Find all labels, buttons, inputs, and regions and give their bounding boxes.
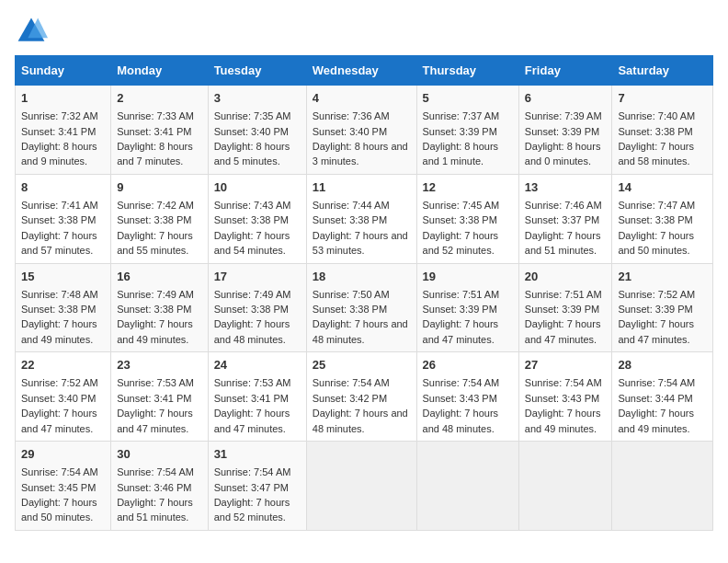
cell-sunrise: Sunrise: 7:36 AM <box>313 110 390 121</box>
calendar-cell: 30Sunrise: 7:54 AMSunset: 3:46 PMDayligh… <box>111 442 208 531</box>
cell-daylight: Daylight: 8 hours and 3 minutes. <box>313 141 408 167</box>
cell-sunrise: Sunrise: 7:54 AM <box>21 466 98 477</box>
calendar-cell: 9Sunrise: 7:42 AMSunset: 3:38 PMDaylight… <box>111 174 208 263</box>
header-day-wednesday: Wednesday <box>306 56 416 86</box>
cell-sunrise: Sunrise: 7:50 AM <box>313 289 390 300</box>
cell-sunset: Sunset: 3:38 PM <box>214 304 289 315</box>
cell-date: 20 <box>525 269 607 285</box>
cell-sunset: Sunset: 3:38 PM <box>21 304 96 315</box>
calendar-cell: 8Sunrise: 7:41 AMSunset: 3:38 PMDaylight… <box>16 174 111 263</box>
cell-date: 8 <box>21 179 105 196</box>
cell-sunset: Sunset: 3:39 PM <box>423 126 497 137</box>
cell-daylight: Daylight: 7 hours and 51 minutes. <box>117 497 193 523</box>
header-day-monday: Monday <box>111 56 208 86</box>
cell-sunrise: Sunrise: 7:52 AM <box>21 377 98 388</box>
cell-date: 22 <box>21 357 105 373</box>
cell-daylight: Daylight: 7 hours and 49 minutes. <box>525 408 601 433</box>
cell-date: 30 <box>117 446 201 463</box>
calendar-cell: 15Sunrise: 7:48 AMSunset: 3:38 PMDayligh… <box>16 263 111 352</box>
cell-sunset: Sunset: 3:38 PM <box>313 304 387 315</box>
cell-sunrise: Sunrise: 7:42 AM <box>117 200 194 211</box>
cell-sunrise: Sunrise: 7:54 AM <box>117 466 194 477</box>
cell-date: 4 <box>313 90 411 107</box>
cell-sunset: Sunset: 3:45 PM <box>21 482 96 493</box>
calendar-cell <box>416 442 518 531</box>
cell-date: 12 <box>423 179 513 196</box>
cell-date: 13 <box>525 179 607 196</box>
header <box>15 15 713 48</box>
cell-sunset: Sunset: 3:38 PM <box>21 214 96 225</box>
cell-sunrise: Sunrise: 7:45 AM <box>423 200 500 211</box>
cell-daylight: Daylight: 7 hours and 50 minutes. <box>618 230 694 256</box>
cell-daylight: Daylight: 8 hours and 7 minutes. <box>117 141 193 167</box>
cell-daylight: Daylight: 7 hours and 47 minutes. <box>525 318 601 344</box>
calendar-cell: 13Sunrise: 7:46 AMSunset: 3:37 PMDayligh… <box>518 174 612 263</box>
calendar-cell: 27Sunrise: 7:54 AMSunset: 3:43 PMDayligh… <box>518 352 612 442</box>
cell-sunrise: Sunrise: 7:49 AM <box>117 289 194 300</box>
calendar-cell: 4Sunrise: 7:36 AMSunset: 3:40 PMDaylight… <box>306 86 416 175</box>
cell-sunrise: Sunrise: 7:47 AM <box>618 200 695 211</box>
cell-date: 10 <box>214 179 301 196</box>
cell-sunrise: Sunrise: 7:40 AM <box>618 110 695 121</box>
calendar-cell: 2Sunrise: 7:33 AMSunset: 3:41 PMDaylight… <box>111 86 208 175</box>
cell-sunset: Sunset: 3:38 PM <box>618 126 692 137</box>
calendar-cell: 24Sunrise: 7:53 AMSunset: 3:41 PMDayligh… <box>208 352 306 442</box>
cell-sunset: Sunset: 3:41 PM <box>21 126 96 137</box>
calendar-cell: 14Sunrise: 7:47 AMSunset: 3:38 PMDayligh… <box>612 174 713 263</box>
cell-sunset: Sunset: 3:38 PM <box>117 214 191 225</box>
cell-sunset: Sunset: 3:39 PM <box>525 126 599 137</box>
calendar-cell: 5Sunrise: 7:37 AMSunset: 3:39 PMDaylight… <box>416 86 518 175</box>
cell-sunrise: Sunrise: 7:54 AM <box>313 377 390 388</box>
cell-date: 23 <box>117 357 201 373</box>
cell-daylight: Daylight: 7 hours and 55 minutes. <box>117 230 193 256</box>
cell-date: 5 <box>423 90 513 107</box>
calendar-cell: 25Sunrise: 7:54 AMSunset: 3:42 PMDayligh… <box>306 352 416 442</box>
week-row-3: 15Sunrise: 7:48 AMSunset: 3:38 PMDayligh… <box>16 263 713 352</box>
cell-daylight: Daylight: 7 hours and 49 minutes. <box>618 408 694 433</box>
cell-daylight: Daylight: 7 hours and 47 minutes. <box>21 408 97 433</box>
cell-sunrise: Sunrise: 7:43 AM <box>214 200 291 211</box>
cell-date: 15 <box>21 269 105 285</box>
cell-sunrise: Sunrise: 7:39 AM <box>525 110 602 121</box>
cell-sunrise: Sunrise: 7:53 AM <box>117 377 194 388</box>
cell-sunset: Sunset: 3:37 PM <box>525 214 599 225</box>
cell-sunrise: Sunrise: 7:51 AM <box>525 289 602 300</box>
calendar-cell: 28Sunrise: 7:54 AMSunset: 3:44 PMDayligh… <box>612 352 713 442</box>
cell-daylight: Daylight: 7 hours and 47 minutes. <box>214 408 290 433</box>
calendar-cell: 18Sunrise: 7:50 AMSunset: 3:38 PMDayligh… <box>306 263 416 352</box>
cell-sunset: Sunset: 3:47 PM <box>214 482 289 493</box>
cell-date: 11 <box>313 179 411 196</box>
cell-sunset: Sunset: 3:41 PM <box>214 393 289 404</box>
cell-daylight: Daylight: 7 hours and 48 minutes. <box>313 318 408 344</box>
cell-sunset: Sunset: 3:39 PM <box>423 304 497 315</box>
calendar-cell <box>306 442 416 531</box>
cell-daylight: Daylight: 7 hours and 48 minutes. <box>313 408 408 433</box>
cell-sunset: Sunset: 3:38 PM <box>423 214 497 225</box>
header-day-sunday: Sunday <box>16 56 111 86</box>
cell-sunset: Sunset: 3:40 PM <box>21 393 96 404</box>
calendar-cell: 20Sunrise: 7:51 AMSunset: 3:39 PMDayligh… <box>518 263 612 352</box>
header-day-friday: Friday <box>518 56 612 86</box>
cell-sunrise: Sunrise: 7:54 AM <box>214 466 291 477</box>
cell-date: 2 <box>117 90 201 107</box>
cell-daylight: Daylight: 7 hours and 54 minutes. <box>214 230 290 256</box>
logo-icon <box>15 15 48 48</box>
cell-sunset: Sunset: 3:42 PM <box>313 393 387 404</box>
cell-sunrise: Sunrise: 7:37 AM <box>423 110 500 121</box>
cell-date: 17 <box>214 269 301 285</box>
cell-daylight: Daylight: 7 hours and 48 minutes. <box>423 408 499 433</box>
cell-date: 19 <box>423 269 513 285</box>
cell-sunrise: Sunrise: 7:35 AM <box>214 110 291 121</box>
cell-date: 9 <box>117 179 201 196</box>
cell-sunrise: Sunrise: 7:41 AM <box>21 200 98 211</box>
header-day-thursday: Thursday <box>416 56 518 86</box>
cell-sunset: Sunset: 3:40 PM <box>214 126 289 137</box>
cell-daylight: Daylight: 7 hours and 58 minutes. <box>618 141 694 167</box>
cell-sunset: Sunset: 3:46 PM <box>117 482 191 493</box>
cell-date: 25 <box>313 357 411 373</box>
header-day-tuesday: Tuesday <box>208 56 306 86</box>
header-row: SundayMondayTuesdayWednesdayThursdayFrid… <box>16 56 713 86</box>
cell-daylight: Daylight: 7 hours and 47 minutes. <box>117 408 193 433</box>
calendar-cell: 7Sunrise: 7:40 AMSunset: 3:38 PMDaylight… <box>612 86 713 175</box>
calendar-cell: 31Sunrise: 7:54 AMSunset: 3:47 PMDayligh… <box>208 442 306 531</box>
